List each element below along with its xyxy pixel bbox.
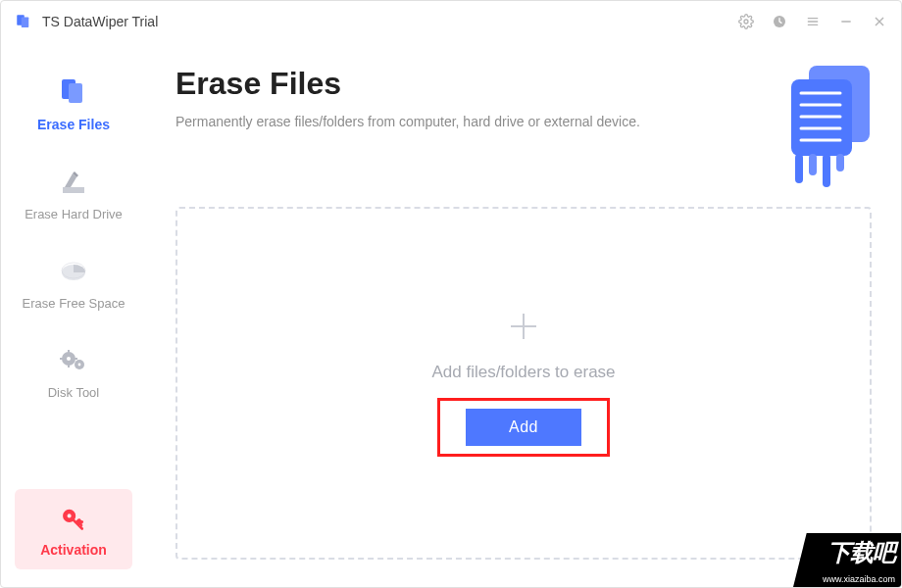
svg-rect-33 — [809, 154, 817, 175]
svg-rect-20 — [60, 358, 63, 360]
add-button[interactable]: Add — [466, 409, 581, 446]
sidebar-item-erase-hard-drive[interactable]: Erase Hard Drive — [1, 150, 146, 239]
activation-button[interactable]: Activation — [15, 489, 132, 569]
sidebar-item-label: Disk Tool — [48, 385, 100, 400]
plus-icon — [507, 310, 540, 347]
decorative-shredder-icon — [762, 60, 879, 187]
watermark: 下载吧 www.xiazaiba.com — [793, 533, 901, 587]
menu-icon[interactable] — [805, 14, 821, 29]
erase-files-icon — [56, 77, 91, 107]
page-title: Erase Files — [175, 66, 762, 102]
title-bar-left: TS DataWiper Trial — [15, 13, 158, 30]
svg-rect-19 — [68, 365, 70, 368]
svg-point-2 — [744, 20, 748, 24]
svg-rect-1 — [22, 18, 29, 28]
close-icon[interactable] — [872, 14, 887, 29]
page-header: Erase Files Permanently erase files/fold… — [175, 42, 872, 187]
sidebar-item-erase-free-space[interactable]: Erase Free Space — [1, 239, 146, 328]
sidebar: Erase Files Erase Hard Drive Erase Free … — [1, 42, 146, 587]
add-button-highlight: Add — [437, 398, 610, 457]
history-icon[interactable] — [772, 14, 787, 29]
watermark-text: 下载吧 — [827, 537, 895, 568]
minimize-icon[interactable] — [838, 14, 854, 29]
svg-point-17 — [78, 364, 81, 367]
svg-rect-11 — [69, 83, 82, 103]
svg-rect-32 — [795, 154, 803, 183]
svg-rect-18 — [68, 350, 70, 353]
hard-drive-icon — [56, 168, 91, 197]
title-bar: TS DataWiper Trial — [1, 1, 901, 42]
sidebar-item-label: Erase Hard Drive — [25, 207, 123, 221]
svg-rect-21 — [75, 358, 77, 360]
watermark-url: www.xiazaiba.com — [823, 574, 895, 584]
dropzone-label: Add files/folders to erase — [431, 363, 615, 382]
page-subtitle: Permanently erase files/folders from com… — [175, 114, 762, 129]
sidebar-item-label: Erase Free Space — [23, 296, 125, 311]
svg-rect-34 — [823, 154, 830, 187]
svg-point-15 — [67, 357, 71, 361]
activation-label: Activation — [40, 542, 107, 558]
sidebar-item-disk-tool[interactable]: Disk Tool — [1, 328, 146, 417]
sidebar-item-label: Erase Files — [37, 117, 110, 132]
svg-rect-35 — [836, 154, 844, 172]
pie-chart-icon — [56, 257, 91, 286]
app-title: TS DataWiper Trial — [42, 14, 158, 29]
settings-icon[interactable] — [738, 14, 754, 29]
main-content: Erase Files Permanently erase files/fold… — [146, 42, 901, 587]
sidebar-item-erase-files[interactable]: Erase Files — [1, 60, 146, 150]
key-icon — [60, 505, 87, 536]
svg-point-24 — [68, 514, 72, 517]
app-logo-icon — [15, 13, 32, 30]
title-bar-controls — [738, 14, 887, 29]
gears-icon — [56, 346, 91, 375]
dropzone[interactable]: Add files/folders to erase Add — [175, 207, 872, 560]
